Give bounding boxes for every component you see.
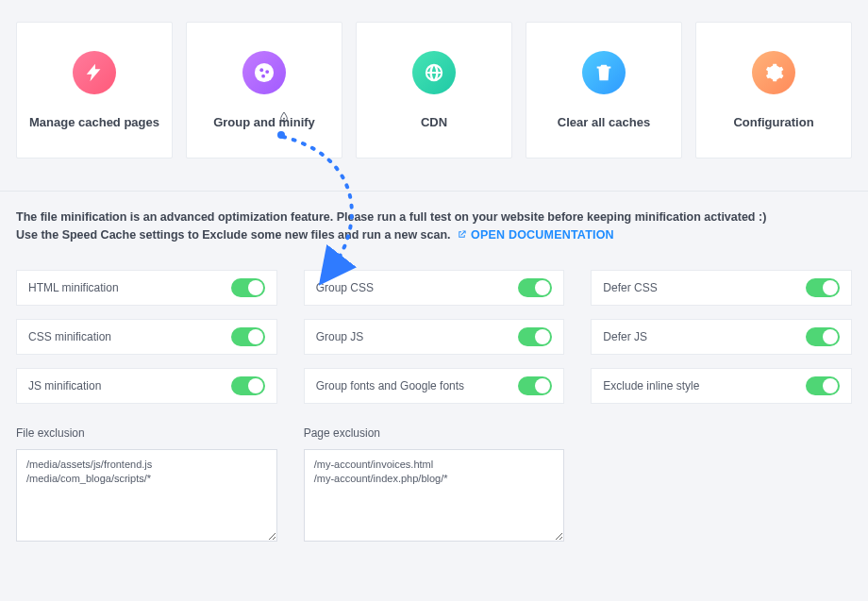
page-exclusion-box: Page exclusion: [304, 426, 565, 545]
top-nav-cards: Manage cached pages Group and minify CDN…: [0, 0, 868, 159]
toggle-css-minification[interactable]: [231, 327, 265, 346]
group-icon: [242, 51, 286, 94]
nav-card-label: CDN: [421, 115, 447, 129]
setting-label: Group JS: [316, 330, 364, 343]
setting-label: CSS minification: [28, 330, 111, 343]
intro-text: The file minification is an advanced opt…: [0, 192, 868, 245]
trash-icon: [582, 51, 626, 94]
file-exclusion-box: File exclusion: [16, 426, 277, 545]
intro-line-1: The file minification is an advanced opt…: [16, 209, 852, 226]
setting-group-fonts-and-google-fonts: Group fonts and Google fonts: [304, 368, 565, 404]
setting-label: JS minification: [28, 379, 101, 392]
intro-line-2: Use the Speed Cache settings to Exclude …: [16, 226, 852, 244]
setting-html-minification: HTML minification: [16, 270, 277, 306]
setting-label: Defer CSS: [603, 281, 657, 294]
settings-grid: HTML minification Group CSS Defer CSS CS…: [0, 245, 868, 404]
toggle-defer-css[interactable]: [806, 278, 840, 297]
toggle-group-fonts-and-google-fonts[interactable]: [518, 376, 552, 395]
setting-exclude-inline-style: Exclude inline style: [591, 368, 852, 404]
toggle-js-minification[interactable]: [231, 376, 265, 395]
external-link-icon: [457, 227, 467, 238]
nav-card-label: Configuration: [733, 115, 813, 129]
page-exclusion-label: Page exclusion: [304, 426, 565, 440]
page-exclusion-input[interactable]: [304, 449, 565, 542]
setting-css-minification: CSS minification: [16, 319, 277, 355]
toggle-group-js[interactable]: [518, 327, 552, 346]
setting-group-js: Group JS: [304, 319, 565, 355]
setting-label: Exclude inline style: [603, 379, 699, 392]
svg-point-3: [261, 75, 265, 78]
nav-card-clear-all-caches[interactable]: Clear all caches: [526, 22, 682, 159]
file-exclusion-label: File exclusion: [16, 426, 277, 440]
setting-group-css: Group CSS: [304, 270, 565, 306]
bolt-icon: [73, 51, 116, 94]
open-documentation-link[interactable]: OPEN DOCUMENTATION: [454, 228, 614, 242]
toggle-exclude-inline-style[interactable]: [806, 376, 840, 395]
setting-label: HTML minification: [28, 281, 119, 294]
nav-card-manage-cached-pages[interactable]: Manage cached pages: [16, 22, 173, 159]
exclusions-row: File exclusion Page exclusion: [0, 404, 868, 545]
globe-icon: [412, 51, 456, 94]
setting-label: Group CSS: [316, 281, 374, 294]
nav-card-configuration[interactable]: Configuration: [695, 22, 852, 159]
toggle-html-minification[interactable]: [231, 278, 265, 297]
toggle-defer-js[interactable]: [806, 327, 840, 346]
gear-icon: [752, 51, 795, 94]
setting-defer-js: Defer JS: [591, 319, 852, 355]
nav-card-label: Clear all caches: [558, 115, 650, 129]
svg-point-2: [265, 70, 269, 74]
svg-point-1: [259, 68, 263, 72]
nav-card-label: Group and minify: [213, 115, 315, 129]
file-exclusion-input[interactable]: [16, 449, 277, 542]
setting-label: Group fonts and Google fonts: [316, 379, 464, 392]
nav-card-group-and-minify[interactable]: Group and minify: [186, 22, 342, 159]
setting-js-minification: JS minification: [16, 368, 277, 404]
toggle-group-css[interactable]: [518, 278, 552, 297]
setting-label: Defer JS: [603, 330, 647, 343]
nav-card-label: Manage cached pages: [29, 115, 159, 129]
setting-defer-css: Defer CSS: [591, 270, 852, 306]
nav-card-cdn[interactable]: CDN: [356, 22, 512, 159]
svg-point-0: [255, 63, 274, 82]
